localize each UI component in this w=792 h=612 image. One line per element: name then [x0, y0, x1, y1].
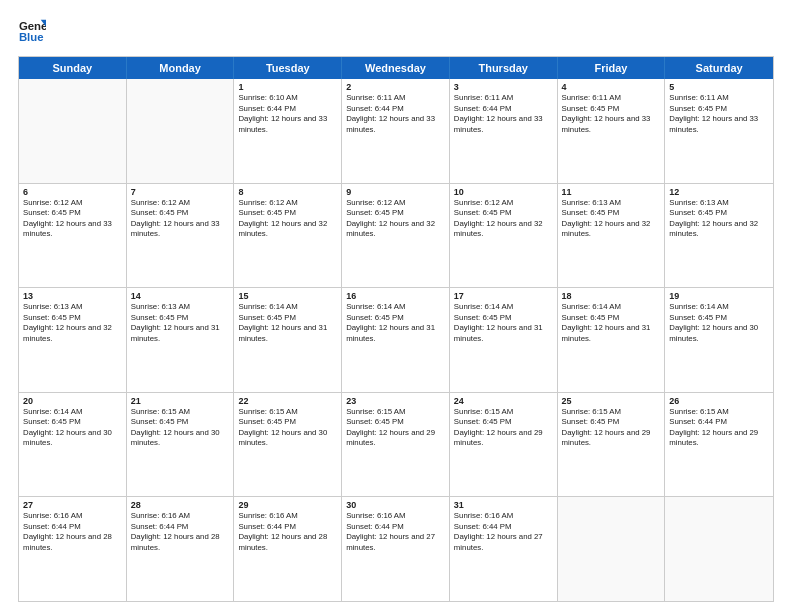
- calendar-cell[interactable]: 14Sunrise: 6:13 AM Sunset: 6:45 PM Dayli…: [127, 288, 235, 392]
- calendar-cell[interactable]: 2Sunrise: 6:11 AM Sunset: 6:44 PM Daylig…: [342, 79, 450, 183]
- day-info: Sunrise: 6:15 AM Sunset: 6:44 PM Dayligh…: [669, 407, 769, 449]
- logo-icon: General Blue: [18, 18, 46, 46]
- day-info: Sunrise: 6:16 AM Sunset: 6:44 PM Dayligh…: [131, 511, 230, 553]
- calendar-cell[interactable]: 20Sunrise: 6:14 AM Sunset: 6:45 PM Dayli…: [19, 393, 127, 497]
- day-info: Sunrise: 6:11 AM Sunset: 6:45 PM Dayligh…: [669, 93, 769, 135]
- calendar-cell[interactable]: 23Sunrise: 6:15 AM Sunset: 6:45 PM Dayli…: [342, 393, 450, 497]
- calendar-cell[interactable]: 21Sunrise: 6:15 AM Sunset: 6:45 PM Dayli…: [127, 393, 235, 497]
- day-info: Sunrise: 6:12 AM Sunset: 6:45 PM Dayligh…: [238, 198, 337, 240]
- day-number: 29: [238, 500, 337, 510]
- page: General Blue SundayMondayTuesdayWednesda…: [0, 0, 792, 612]
- calendar-cell[interactable]: 26Sunrise: 6:15 AM Sunset: 6:44 PM Dayli…: [665, 393, 773, 497]
- calendar-cell[interactable]: 9Sunrise: 6:12 AM Sunset: 6:45 PM Daylig…: [342, 184, 450, 288]
- day-info: Sunrise: 6:12 AM Sunset: 6:45 PM Dayligh…: [346, 198, 445, 240]
- day-number: 5: [669, 82, 769, 92]
- day-info: Sunrise: 6:12 AM Sunset: 6:45 PM Dayligh…: [131, 198, 230, 240]
- day-number: 16: [346, 291, 445, 301]
- calendar-cell[interactable]: 15Sunrise: 6:14 AM Sunset: 6:45 PM Dayli…: [234, 288, 342, 392]
- calendar-cell[interactable]: 1Sunrise: 6:10 AM Sunset: 6:44 PM Daylig…: [234, 79, 342, 183]
- calendar-row: 27Sunrise: 6:16 AM Sunset: 6:44 PM Dayli…: [19, 497, 773, 601]
- day-number: 8: [238, 187, 337, 197]
- header: General Blue: [18, 18, 774, 46]
- day-number: 2: [346, 82, 445, 92]
- day-number: 12: [669, 187, 769, 197]
- weekday-header: Thursday: [450, 57, 558, 79]
- day-info: Sunrise: 6:14 AM Sunset: 6:45 PM Dayligh…: [238, 302, 337, 344]
- calendar-cell[interactable]: 7Sunrise: 6:12 AM Sunset: 6:45 PM Daylig…: [127, 184, 235, 288]
- day-info: Sunrise: 6:15 AM Sunset: 6:45 PM Dayligh…: [238, 407, 337, 449]
- calendar-cell[interactable]: 8Sunrise: 6:12 AM Sunset: 6:45 PM Daylig…: [234, 184, 342, 288]
- calendar-cell[interactable]: 30Sunrise: 6:16 AM Sunset: 6:44 PM Dayli…: [342, 497, 450, 601]
- day-number: 9: [346, 187, 445, 197]
- calendar-cell: [665, 497, 773, 601]
- weekday-header: Monday: [127, 57, 235, 79]
- weekday-header: Wednesday: [342, 57, 450, 79]
- day-number: 6: [23, 187, 122, 197]
- calendar-cell[interactable]: 18Sunrise: 6:14 AM Sunset: 6:45 PM Dayli…: [558, 288, 666, 392]
- calendar-cell[interactable]: 22Sunrise: 6:15 AM Sunset: 6:45 PM Dayli…: [234, 393, 342, 497]
- weekday-header: Tuesday: [234, 57, 342, 79]
- day-info: Sunrise: 6:14 AM Sunset: 6:45 PM Dayligh…: [23, 407, 122, 449]
- day-info: Sunrise: 6:16 AM Sunset: 6:44 PM Dayligh…: [454, 511, 553, 553]
- day-number: 10: [454, 187, 553, 197]
- calendar: SundayMondayTuesdayWednesdayThursdayFrid…: [18, 56, 774, 602]
- day-number: 13: [23, 291, 122, 301]
- calendar-cell[interactable]: 24Sunrise: 6:15 AM Sunset: 6:45 PM Dayli…: [450, 393, 558, 497]
- day-number: 27: [23, 500, 122, 510]
- calendar-row: 6Sunrise: 6:12 AM Sunset: 6:45 PM Daylig…: [19, 184, 773, 289]
- day-number: 14: [131, 291, 230, 301]
- day-number: 22: [238, 396, 337, 406]
- day-number: 4: [562, 82, 661, 92]
- day-info: Sunrise: 6:11 AM Sunset: 6:44 PM Dayligh…: [454, 93, 553, 135]
- day-number: 21: [131, 396, 230, 406]
- calendar-cell[interactable]: 19Sunrise: 6:14 AM Sunset: 6:45 PM Dayli…: [665, 288, 773, 392]
- day-info: Sunrise: 6:13 AM Sunset: 6:45 PM Dayligh…: [669, 198, 769, 240]
- calendar-cell: [19, 79, 127, 183]
- day-info: Sunrise: 6:14 AM Sunset: 6:45 PM Dayligh…: [562, 302, 661, 344]
- day-info: Sunrise: 6:14 AM Sunset: 6:45 PM Dayligh…: [454, 302, 553, 344]
- calendar-cell[interactable]: 11Sunrise: 6:13 AM Sunset: 6:45 PM Dayli…: [558, 184, 666, 288]
- day-info: Sunrise: 6:15 AM Sunset: 6:45 PM Dayligh…: [454, 407, 553, 449]
- calendar-cell[interactable]: 12Sunrise: 6:13 AM Sunset: 6:45 PM Dayli…: [665, 184, 773, 288]
- day-number: 7: [131, 187, 230, 197]
- day-info: Sunrise: 6:15 AM Sunset: 6:45 PM Dayligh…: [346, 407, 445, 449]
- logo: General Blue: [18, 18, 50, 46]
- calendar-cell[interactable]: 29Sunrise: 6:16 AM Sunset: 6:44 PM Dayli…: [234, 497, 342, 601]
- calendar-cell[interactable]: 4Sunrise: 6:11 AM Sunset: 6:45 PM Daylig…: [558, 79, 666, 183]
- day-info: Sunrise: 6:14 AM Sunset: 6:45 PM Dayligh…: [346, 302, 445, 344]
- day-number: 30: [346, 500, 445, 510]
- calendar-cell[interactable]: 31Sunrise: 6:16 AM Sunset: 6:44 PM Dayli…: [450, 497, 558, 601]
- calendar-cell[interactable]: 16Sunrise: 6:14 AM Sunset: 6:45 PM Dayli…: [342, 288, 450, 392]
- weekday-header: Sunday: [19, 57, 127, 79]
- day-number: 19: [669, 291, 769, 301]
- calendar-cell[interactable]: 25Sunrise: 6:15 AM Sunset: 6:45 PM Dayli…: [558, 393, 666, 497]
- day-number: 17: [454, 291, 553, 301]
- calendar-cell[interactable]: 5Sunrise: 6:11 AM Sunset: 6:45 PM Daylig…: [665, 79, 773, 183]
- day-number: 15: [238, 291, 337, 301]
- day-info: Sunrise: 6:16 AM Sunset: 6:44 PM Dayligh…: [23, 511, 122, 553]
- day-info: Sunrise: 6:11 AM Sunset: 6:45 PM Dayligh…: [562, 93, 661, 135]
- calendar-cell[interactable]: 13Sunrise: 6:13 AM Sunset: 6:45 PM Dayli…: [19, 288, 127, 392]
- day-number: 23: [346, 396, 445, 406]
- calendar-cell[interactable]: 17Sunrise: 6:14 AM Sunset: 6:45 PM Dayli…: [450, 288, 558, 392]
- calendar-row: 1Sunrise: 6:10 AM Sunset: 6:44 PM Daylig…: [19, 79, 773, 184]
- day-info: Sunrise: 6:13 AM Sunset: 6:45 PM Dayligh…: [131, 302, 230, 344]
- day-info: Sunrise: 6:14 AM Sunset: 6:45 PM Dayligh…: [669, 302, 769, 344]
- calendar-cell: [127, 79, 235, 183]
- calendar-cell[interactable]: 3Sunrise: 6:11 AM Sunset: 6:44 PM Daylig…: [450, 79, 558, 183]
- day-info: Sunrise: 6:16 AM Sunset: 6:44 PM Dayligh…: [238, 511, 337, 553]
- weekday-header: Friday: [558, 57, 666, 79]
- calendar-cell: [558, 497, 666, 601]
- calendar-row: 13Sunrise: 6:13 AM Sunset: 6:45 PM Dayli…: [19, 288, 773, 393]
- day-number: 3: [454, 82, 553, 92]
- day-info: Sunrise: 6:16 AM Sunset: 6:44 PM Dayligh…: [346, 511, 445, 553]
- day-number: 31: [454, 500, 553, 510]
- weekday-header: Saturday: [665, 57, 773, 79]
- calendar-cell[interactable]: 6Sunrise: 6:12 AM Sunset: 6:45 PM Daylig…: [19, 184, 127, 288]
- day-info: Sunrise: 6:13 AM Sunset: 6:45 PM Dayligh…: [23, 302, 122, 344]
- calendar-cell[interactable]: 28Sunrise: 6:16 AM Sunset: 6:44 PM Dayli…: [127, 497, 235, 601]
- calendar-row: 20Sunrise: 6:14 AM Sunset: 6:45 PM Dayli…: [19, 393, 773, 498]
- svg-text:Blue: Blue: [19, 31, 44, 43]
- calendar-cell[interactable]: 27Sunrise: 6:16 AM Sunset: 6:44 PM Dayli…: [19, 497, 127, 601]
- calendar-cell[interactable]: 10Sunrise: 6:12 AM Sunset: 6:45 PM Dayli…: [450, 184, 558, 288]
